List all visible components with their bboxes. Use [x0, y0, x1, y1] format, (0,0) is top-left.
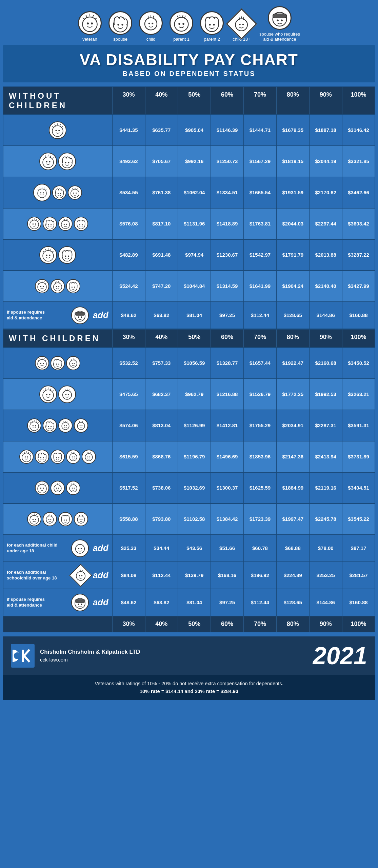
child2-wc6	[74, 512, 88, 526]
parent1-icon3	[68, 185, 82, 200]
wc-r1-v1: $532.52	[112, 348, 145, 378]
disclaimer: Veterans with ratings of 10% - 20% do no…	[3, 675, 375, 700]
wc-r1-v3: $1056.59	[178, 348, 211, 378]
wc-add-label-1: for each additional child under age 18	[7, 542, 68, 554]
without-children-header: WITHOUT CHILDREN 30% 40% 50% 60% 70% 80%…	[3, 87, 375, 114]
woc-r2-v2: $705.67	[145, 146, 178, 177]
wc-r6-v1: $558.88	[112, 504, 145, 534]
wc-r3-v8: $3591.31	[342, 410, 375, 441]
wc-row-1-icons	[3, 348, 112, 378]
woc-add-v2: $63.82	[145, 302, 178, 329]
woc-r4-v1: $576.08	[112, 209, 145, 239]
wc-add-label-1-cell: for each additional child under age 18 a…	[3, 535, 112, 561]
woc-add-row: if spouse requiresaid & attendance add $…	[3, 301, 375, 329]
woc-r1-v1: $441.35	[112, 115, 145, 145]
child-add-icon	[71, 539, 89, 557]
veteran-icon6	[35, 279, 49, 293]
wc-r6-v8: $3545.22	[342, 504, 375, 534]
woc-r4-v5: $1763.81	[243, 209, 276, 239]
wc-row-2: $475.65 $682.37 $962.79 $1216.88 $1526.7…	[3, 378, 375, 410]
woc-row-6-icons	[3, 271, 112, 301]
parent2-face-icon	[200, 11, 224, 35]
brand-name: Chisholm Chisholm & Kilpatrick LTD	[40, 648, 140, 656]
wc-r5-v1: $517.52	[112, 473, 145, 503]
wc-add2-v8: $281.57	[342, 562, 375, 589]
brand-footer: Chisholm Chisholm & Kilpatrick LTD cck-l…	[3, 636, 375, 675]
icon-spouse-aid: spouse who requiresaid & attendance	[259, 6, 300, 42]
wc-add3-v3: $81.04	[178, 589, 211, 616]
wc-add2-v7: $253.25	[309, 562, 342, 589]
brand-text: Chisholm Chisholm & Kilpatrick LTD cck-l…	[40, 648, 140, 664]
wc-add3-v6: $128.65	[276, 589, 309, 616]
woc-r4-v8: $3603.42	[342, 209, 375, 239]
woc-r6-v2: $747.20	[145, 271, 178, 301]
woc-r5-v1: $482.89	[112, 240, 145, 270]
woc-r1-v2: $635.77	[145, 115, 178, 145]
wc-add-label-3-cell: if spouse requiresaid & attendance add	[3, 589, 112, 616]
wc-add-word-1: add	[93, 543, 108, 553]
wc-r1-v5: $1657.44	[243, 348, 276, 378]
wc-add3-v5: $112.44	[243, 589, 276, 616]
woc-r6-v6: $1904.24	[276, 271, 309, 301]
woc-r5-v2: $691.48	[145, 240, 178, 270]
wc-col-60: 60%	[211, 330, 243, 347]
wc-add3-v7: $144.86	[309, 589, 342, 616]
woc-r3-v5: $1665.54	[243, 177, 276, 208]
parent2-label: parent 2	[204, 37, 220, 42]
wc-add1-v4: $51.66	[211, 535, 243, 561]
woc-r3-v4: $1334.51	[211, 177, 243, 208]
wc-add2-v5: $196.92	[243, 562, 276, 589]
woc-r3-v8: $3462.66	[342, 177, 375, 208]
wc-r2-v7: $1992.53	[309, 379, 342, 410]
wc-row-5-icons	[3, 473, 112, 503]
veteran-wc5	[35, 481, 49, 495]
spouse-label: spouse	[113, 37, 127, 42]
disclaimer-line2: 10% rate = $144.14 and 20% rate = $284.9…	[9, 688, 369, 695]
child2-wc4	[82, 450, 96, 464]
wc-r3-v4: $1412.81	[211, 410, 243, 441]
page-subtitle: BASED ON DEPENDENT STATUS	[6, 70, 372, 78]
cck-logo-icon	[11, 644, 35, 668]
without-children-title-cell: WITHOUT CHILDREN	[3, 87, 112, 114]
wc-add1-v8: $87.17	[342, 535, 375, 561]
wc-r3-v2: $813.04	[145, 410, 178, 441]
wc-r5-v2: $738.06	[145, 473, 178, 503]
wc-r1-v8: $3450.52	[342, 348, 375, 378]
child2-wc5	[66, 481, 80, 495]
spouse-icon4	[43, 217, 57, 231]
icon-child18: child 18+	[231, 13, 253, 42]
woc-r2-v4: $1250.73	[211, 146, 243, 177]
spouse-aid-label: spouse who requiresaid & attendance	[259, 32, 300, 42]
chart-container: WITHOUT CHILDREN 30% 40% 50% 60% 70% 80%…	[3, 86, 375, 632]
veteran-wc1	[35, 356, 49, 370]
woc-row-4-icons	[3, 209, 112, 239]
woc-r1-v6: $1679.35	[276, 115, 309, 145]
wc-r4-v1: $615.59	[112, 441, 145, 472]
wc-r6-v5: $1723.39	[243, 504, 276, 534]
wc-r4-v7: $2413.94	[309, 441, 342, 472]
spouse-wc1	[51, 356, 65, 370]
wc-r6-v3: $1102.58	[178, 504, 211, 534]
col-30: 30%	[112, 87, 145, 114]
woc-r1-v7: $1887.18	[309, 115, 342, 145]
veteran-icon2	[39, 153, 57, 170]
wc-col-50: 50%	[178, 330, 211, 347]
woc-r2-v6: $1819.15	[276, 146, 309, 177]
icon-child: child	[139, 11, 163, 42]
without-children-title: WITHOUT CHILDREN	[9, 91, 106, 110]
woc-add-v8: $160.88	[342, 302, 375, 329]
spouse-aid-face-icon	[268, 6, 292, 30]
veteran-wc4	[19, 450, 34, 464]
wc-r3-v3: $1126.99	[178, 410, 211, 441]
wc-add3-v1: $48.62	[112, 589, 145, 616]
wc-r1-v4: $1328.77	[211, 348, 243, 378]
col-40: 40%	[145, 87, 178, 114]
wc-r1-v7: $2160.68	[309, 348, 342, 378]
woc-r5-v6: $1791.79	[276, 240, 309, 270]
wc-col-90: 90%	[309, 330, 342, 347]
icon-parent2: parent 2	[200, 11, 224, 42]
woc-row-6: $524.42 $747.20 $1044.84 $1314.59 $1641.…	[3, 270, 375, 301]
wc-r5-v4: $1300.37	[211, 473, 243, 503]
footer-col-70: 70%	[243, 616, 276, 632]
woc-r2-v1: $493.62	[112, 146, 145, 177]
